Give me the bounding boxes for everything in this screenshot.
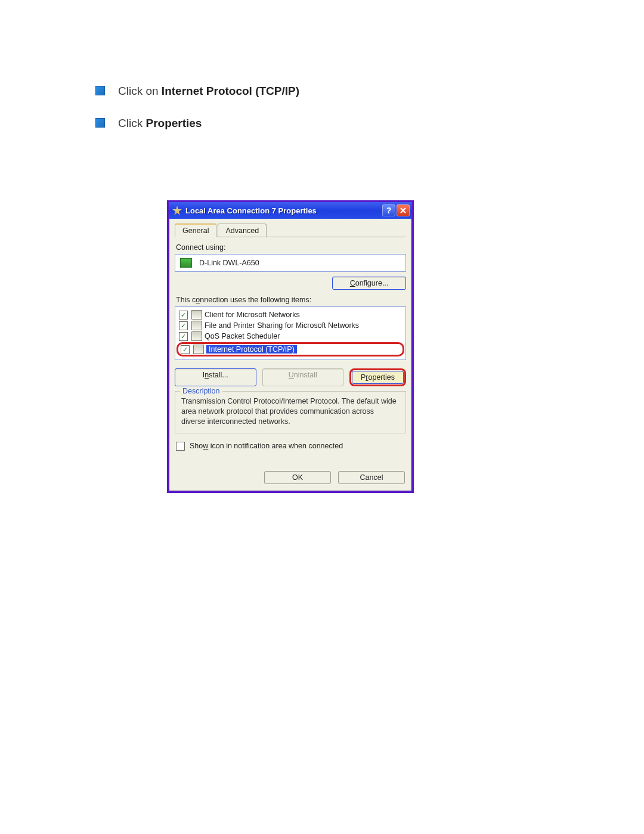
show-icon-row[interactable]: Show icon in notification area when conn… xyxy=(176,442,405,451)
adapter-field[interactable]: D-Link DWL-A650 xyxy=(175,254,406,272)
instruction-item: Click on Internet Protocol (TCP/IP) xyxy=(95,83,304,99)
item-label: QoS Packet Scheduler xyxy=(205,332,280,340)
connect-using-label: Connect using: xyxy=(176,243,406,252)
list-item[interactable]: ✓ Client for Microsoft Networks xyxy=(178,309,403,320)
protocol-icon xyxy=(193,345,204,354)
text: Click xyxy=(118,117,145,129)
list-item[interactable]: ✓ File and Printer Sharing for Microsoft… xyxy=(178,320,403,331)
item-label: Client for Microsoft Networks xyxy=(205,311,300,319)
item-label: Internet Protocol (TCP/IP) xyxy=(206,345,297,354)
description-text: Transmission Control Protocol/Internet P… xyxy=(181,397,397,426)
bullet-icon xyxy=(95,86,105,95)
instruction-item: Click Properties xyxy=(95,116,304,131)
close-icon xyxy=(400,207,407,214)
tab-advanced[interactable]: Advanced xyxy=(218,224,267,237)
checkbox[interactable]: ✓ xyxy=(179,321,188,330)
item-label: File and Printer Sharing for Microsoft N… xyxy=(205,321,359,330)
list-item-selected[interactable]: ✓ Internet Protocol (TCP/IP) xyxy=(179,344,401,355)
instruction-list: Click on Internet Protocol (TCP/IP) Clic… xyxy=(95,83,304,147)
text-bold: Properties xyxy=(145,117,202,129)
list-item[interactable]: ✓ QoS Packet Scheduler xyxy=(178,331,403,342)
highlight-ring-tcpip: ✓ Internet Protocol (TCP/IP) xyxy=(177,342,404,356)
items-label: This connection uses the following items… xyxy=(176,296,406,304)
configure-label: onfigure... xyxy=(355,279,389,287)
show-icon-label: Show icon in notification area when conn… xyxy=(190,442,343,450)
checkbox[interactable] xyxy=(176,442,185,451)
service-icon xyxy=(191,321,202,330)
text-bold: Internet Protocol (TCP/IP) xyxy=(162,85,299,97)
cancel-button[interactable]: Cancel xyxy=(338,471,405,484)
uninstall-button: Uninstall xyxy=(262,368,344,386)
properties-button[interactable]: Properties xyxy=(352,371,404,384)
checkbox[interactable]: ✓ xyxy=(179,311,188,320)
text: Click on xyxy=(118,85,162,97)
bullet-icon xyxy=(95,118,105,128)
install-button[interactable]: Install... xyxy=(175,368,256,386)
tab-general[interactable]: General xyxy=(175,224,216,237)
titlebar[interactable]: Local Area Connection 7 Properties ? xyxy=(169,202,412,219)
instruction-text: Click on Internet Protocol (TCP/IP) xyxy=(118,83,299,99)
description-group: Description Transmission Control Protoco… xyxy=(175,391,406,433)
close-button[interactable] xyxy=(397,204,410,216)
tab-strip: General Advanced xyxy=(175,224,406,237)
help-button[interactable]: ? xyxy=(382,204,395,216)
description-legend: Description xyxy=(180,386,222,396)
items-list[interactable]: ✓ Client for Microsoft Networks ✓ File a… xyxy=(175,306,406,360)
checkbox[interactable]: ✓ xyxy=(181,345,190,354)
configure-button[interactable]: Configure... xyxy=(332,277,406,290)
client-icon xyxy=(191,310,202,320)
window-icon xyxy=(172,206,182,215)
ok-button[interactable]: OK xyxy=(264,471,331,484)
nic-icon xyxy=(180,258,192,268)
highlight-ring-properties: Properties xyxy=(349,368,406,386)
properties-dialog: Local Area Connection 7 Properties ? Gen… xyxy=(167,200,414,493)
adapter-name: D-Link DWL-A650 xyxy=(199,259,259,267)
instruction-text: Click Properties xyxy=(118,116,202,131)
checkbox[interactable]: ✓ xyxy=(179,332,188,341)
service-icon xyxy=(191,331,202,341)
window-title: Local Area Connection 7 Properties xyxy=(185,206,381,215)
